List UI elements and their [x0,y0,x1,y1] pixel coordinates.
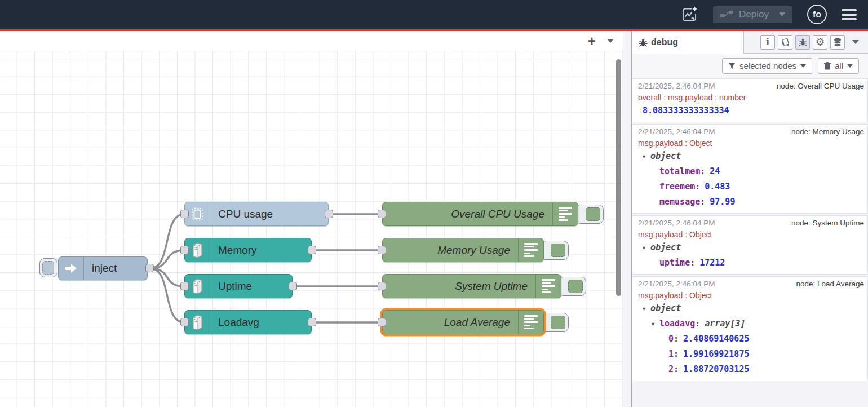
payload-property: msg.payload : Object [638,229,864,240]
timestamp: 2/21/2025, 2:46:04 PM [638,218,715,229]
entry-colon: : [700,164,705,179]
entry-key: freemem [659,179,695,194]
node-debug-loadavg[interactable]: Load Average [382,310,544,334]
inject-run-button[interactable] [39,258,57,277]
sidebar-menu-chevron-down-icon[interactable] [852,40,859,44]
port-out[interactable] [145,264,154,272]
entry-value: 97.99 [710,194,735,210]
node-debug-overall-cpu[interactable]: Overall CPU Usage [382,202,578,226]
expand-caret-icon[interactable]: ▾ [643,240,650,255]
canvas-scrollbar[interactable] [616,59,621,296]
sidebar-tab-bar: debug i [632,31,868,54]
flow-tab-strip: + [0,31,623,51]
port-in[interactable] [180,246,189,254]
debug-message[interactable]: 2/21/2025, 2:46:04 PMnode: Overall CPU U… [632,78,868,122]
entry-type: object [650,240,681,255]
node-debug-uptime[interactable]: System Uptime [382,274,561,298]
port-in[interactable] [180,210,189,218]
wire[interactable] [150,268,184,286]
debug-filter-bar: selected nodes all [632,54,868,78]
debug-toggle-button[interactable] [558,277,586,296]
deploy-button[interactable]: Deploy [713,6,792,23]
chevron-down-icon [847,64,853,68]
payload-entry: ▾loadavg:array[3] [638,316,864,331]
entry-colon: : [695,179,700,194]
help-tab-button[interactable] [778,35,792,50]
filter-selected-nodes-button[interactable]: selected nodes [722,58,812,74]
debug-message[interactable]: 2/21/2025, 2:46:04 PMnode: Memory Usagem… [632,124,868,214]
deploy-label: Deploy [739,9,769,20]
entry-type: object [650,301,681,316]
source-node-name: node: System Uptime [791,218,864,229]
port-in[interactable] [378,246,386,254]
entry-key: loadavg [659,316,695,331]
config-tab-button[interactable]: ⚙ [813,35,827,50]
entry-colon: : [690,255,695,271]
flow-canvas[interactable]: inject CPU usage [0,51,623,407]
deploy-chevron-down-icon[interactable] [779,12,785,16]
debug-message-meta: 2/21/2025, 2:46:04 PMnode: Overall CPU U… [638,81,864,92]
user-avatar[interactable]: fo [807,5,827,24]
deploy-nodes-icon [720,11,733,18]
entry-key: totalmem [659,164,700,179]
filter-label: selected nodes [739,61,796,70]
entry-colon: : [695,316,700,331]
entry-key: 1 [668,347,674,362]
debug-sidebar: debug i [632,31,868,407]
expand-caret-icon[interactable]: ▾ [643,149,650,164]
node-memory[interactable]: Memory [184,238,312,262]
add-flow-button[interactable]: + [588,36,596,47]
source-node-name: node: Load Average [796,278,864,290]
debug-tab-button[interactable] [795,35,810,50]
node-label: System Uptime [383,280,561,293]
debug-toggle-button[interactable] [541,241,569,260]
debug-toggle-button[interactable] [575,205,604,224]
port-out[interactable] [289,282,297,290]
header-bar: Deploy fo [0,0,868,29]
menu-icon[interactable] [842,9,857,20]
clear-all-button[interactable]: all [818,58,859,74]
debug-message-meta: 2/21/2025, 2:46:04 PMnode: Memory Usage [638,126,864,138]
info-tab-button[interactable]: i [760,35,775,50]
port-out[interactable] [308,318,316,326]
payload-entry: ▾object [638,240,864,255]
payload-property: msg.payload : Object [638,290,864,301]
debug-list-icon [518,238,543,262]
port-out[interactable] [325,210,333,218]
payload-entry: totalmem:24 [638,164,864,179]
port-in[interactable] [378,282,386,290]
debug-toggle-button[interactable] [541,313,569,332]
entry-value: 2.40869140625 [683,331,749,347]
debug-message[interactable]: 2/21/2025, 2:46:04 PMnode: Load Averagem… [632,276,868,381]
expand-caret-icon[interactable]: ▾ [652,316,659,331]
entry-type: array[3] [705,316,745,331]
source-node-name: node: Memory Usage [791,126,864,138]
inject-arrow-icon [59,257,84,280]
payload-entry: uptime:17212 [638,255,864,271]
entry-type: object [650,149,681,164]
node-loadavg[interactable]: Loadavg [184,310,312,334]
node-uptime[interactable]: Uptime [184,274,293,298]
port-in[interactable] [180,318,189,326]
payload-entry: ▾object [638,149,864,164]
debug-message-meta: 2/21/2025, 2:46:04 PMnode: System Uptime [638,218,864,229]
port-in[interactable] [378,210,386,218]
wire[interactable] [150,250,184,268]
bug-icon [799,38,807,46]
tab-debug[interactable]: debug [632,31,744,54]
node-cpu-usage[interactable]: CPU usage [184,202,329,226]
entry-value: 24 [710,164,720,179]
port-in[interactable] [180,282,189,290]
expand-caret-icon[interactable]: ▾ [643,301,650,316]
context-tab-button[interactable] [830,35,845,50]
sidebar-splitter[interactable] [623,31,632,407]
flow-list-chevron-down-icon[interactable] [607,39,614,43]
assistant-button[interactable] [680,6,698,24]
port-out[interactable] [308,246,316,254]
entry-value: 17212 [699,255,725,271]
port-in[interactable] [378,318,386,326]
node-debug-memory[interactable]: Memory Usage [382,238,544,262]
debug-message[interactable]: 2/21/2025, 2:46:04 PMnode: System Uptime… [632,215,868,275]
node-inject[interactable]: inject [58,256,148,280]
entry-key: memusage [659,194,700,210]
